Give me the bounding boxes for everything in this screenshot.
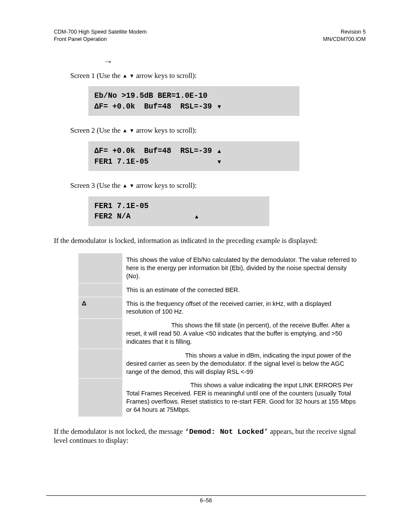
param-desc: This is the frequency offset of the rece… [123, 297, 363, 319]
lcd-screen-1: Eb/No >19.5dB BER=1.0E-10 ΔF= +0.0k Buf=… [88, 86, 299, 116]
lcd-screen-2: ΔF= +0.0k Buf=48 RSL=-39 ▲ FER1 7.1E-05 … [88, 141, 299, 171]
table-row: This shows the value of Eb/No calculated… [78, 253, 363, 283]
screen-2-caption: Screen 2 (Use the ▲ ▼ arrow keys to scro… [70, 126, 366, 135]
triangle-up-icon: ▲ [122, 128, 128, 134]
param-label [78, 253, 123, 283]
header-right-line1: Revision 5 [323, 28, 366, 36]
triangle-up-icon: ▲ [122, 73, 128, 79]
param-desc: This shows a value indicating the input … [123, 379, 363, 417]
screen-3-caption: Screen 3 (Use the ▲ ▼ arrow keys to scro… [70, 181, 366, 190]
table-row: This shows the fill state (in percent), … [78, 319, 363, 349]
header-right-line2: MN/CDM700.IOM [323, 36, 366, 43]
triangle-down-icon: ▼ [217, 159, 222, 165]
arrow-right-icon: → [103, 56, 366, 67]
triangle-down-icon: ▼ [129, 73, 134, 79]
param-desc: This shows a value in dBm, indicating th… [123, 348, 363, 379]
triangle-up-icon: ▲ [217, 148, 222, 154]
param-desc: This shows the fill state (in percent), … [123, 319, 363, 349]
screen-1-caption: Screen 1 (Use the ▲ ▼ arrow keys to scro… [70, 72, 366, 81]
param-label [78, 283, 123, 297]
demod-not-locked-code: ‘Demod: Not Locked’ [185, 428, 268, 436]
triangle-down-icon: ▼ [217, 103, 222, 110]
param-label [78, 348, 123, 379]
page-number: 6–56 [200, 498, 212, 504]
header-left-line2: Front Panel Operation [54, 36, 146, 43]
triangle-down-icon: ▼ [129, 128, 134, 134]
param-label [78, 379, 123, 417]
param-desc: This is an estimate of the corrected BER… [123, 283, 363, 297]
header-left-line1: CDM-700 High Speed Satellite Modem [54, 28, 146, 36]
page-header: CDM-700 High Speed Satellite Modem Front… [54, 28, 366, 43]
table-row: This is an estimate of the corrected BER… [78, 283, 363, 297]
param-desc: This shows the value of Eb/No calculated… [123, 253, 363, 283]
lcd-screen-3: FER1 7.1E-05 FER2 N/A ▲ [88, 196, 269, 226]
page-footer: 6–56 [46, 495, 366, 504]
table-row: This shows a value indicating the input … [78, 379, 363, 417]
header-right: Revision 5 MN/CDM700.IOM [323, 28, 366, 43]
parameter-table: This shows the value of Eb/No calculated… [78, 253, 363, 417]
table-row: Δ This is the frequency offset of the re… [78, 297, 363, 319]
table-row: This shows a value in dBm, indicating th… [78, 348, 363, 379]
triangle-up-icon: ▲ [122, 183, 128, 189]
triangle-up-icon: ▲ [194, 213, 199, 220]
param-label [78, 319, 123, 349]
triangle-down-icon: ▼ [129, 183, 134, 189]
not-locked-paragraph: If the demodulator is not locked, the me… [54, 427, 366, 445]
locked-paragraph: If the demodulator is locked, informatio… [54, 236, 366, 246]
header-left: CDM-700 High Speed Satellite Modem Front… [54, 28, 146, 43]
param-label: Δ [78, 297, 123, 319]
